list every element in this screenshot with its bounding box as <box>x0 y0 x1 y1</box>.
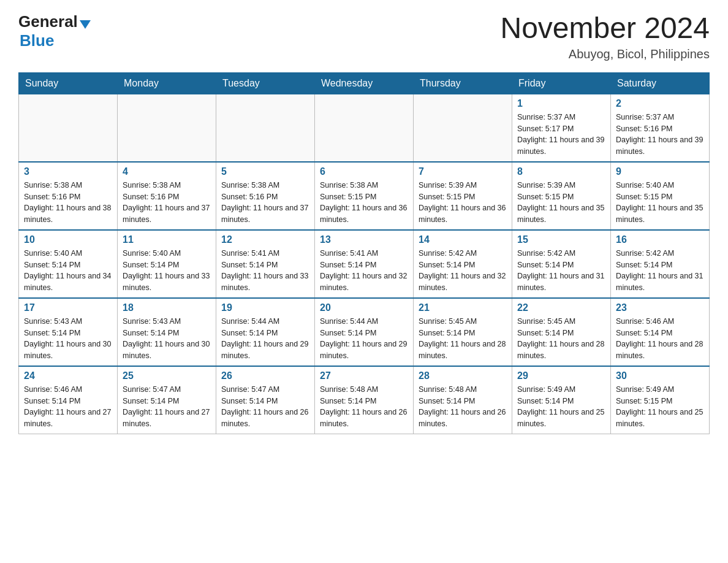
cell-day-number: 8 <box>517 166 605 177</box>
cell-day-number: 29 <box>517 370 605 381</box>
cell-day-number: 3 <box>24 166 112 177</box>
cell-sun-info: Sunrise: 5:44 AMSunset: 5:14 PMDaylight:… <box>221 316 309 362</box>
title-area: November 2024 Abuyog, Bicol, Philippines <box>500 12 710 61</box>
col-monday: Monday <box>118 72 216 94</box>
cell-day-number: 6 <box>320 166 408 177</box>
calendar-cell: 17Sunrise: 5:43 AMSunset: 5:14 PMDayligh… <box>19 298 118 366</box>
col-wednesday: Wednesday <box>315 72 414 94</box>
cell-sun-info: Sunrise: 5:49 AMSunset: 5:14 PMDaylight:… <box>517 384 605 430</box>
cell-sun-info: Sunrise: 5:43 AMSunset: 5:14 PMDaylight:… <box>123 316 211 362</box>
calendar-cell: 23Sunrise: 5:46 AMSunset: 5:14 PMDayligh… <box>611 298 710 366</box>
cell-sun-info: Sunrise: 5:38 AMSunset: 5:16 PMDaylight:… <box>24 180 112 226</box>
calendar-cell: 29Sunrise: 5:49 AMSunset: 5:14 PMDayligh… <box>512 366 611 434</box>
cell-sun-info: Sunrise: 5:39 AMSunset: 5:15 PMDaylight:… <box>419 180 507 226</box>
month-title: November 2024 <box>500 12 710 45</box>
cell-sun-info: Sunrise: 5:48 AMSunset: 5:14 PMDaylight:… <box>419 384 507 430</box>
calendar-cell <box>414 94 512 162</box>
cell-sun-info: Sunrise: 5:42 AMSunset: 5:14 PMDaylight:… <box>616 248 704 294</box>
week-row-2: 3Sunrise: 5:38 AMSunset: 5:16 PMDaylight… <box>19 162 710 230</box>
cell-sun-info: Sunrise: 5:42 AMSunset: 5:14 PMDaylight:… <box>517 248 605 294</box>
cell-day-number: 14 <box>419 234 507 245</box>
calendar-cell: 28Sunrise: 5:48 AMSunset: 5:14 PMDayligh… <box>414 366 512 434</box>
calendar-cell: 20Sunrise: 5:44 AMSunset: 5:14 PMDayligh… <box>315 298 414 366</box>
cell-day-number: 15 <box>517 234 605 245</box>
cell-day-number: 25 <box>123 370 211 381</box>
calendar-cell: 21Sunrise: 5:45 AMSunset: 5:14 PMDayligh… <box>414 298 512 366</box>
cell-day-number: 10 <box>24 234 112 245</box>
cell-day-number: 17 <box>24 302 112 313</box>
week-row-3: 10Sunrise: 5:40 AMSunset: 5:14 PMDayligh… <box>19 230 710 298</box>
cell-sun-info: Sunrise: 5:38 AMSunset: 5:16 PMDaylight:… <box>221 180 309 226</box>
calendar-cell: 4Sunrise: 5:38 AMSunset: 5:16 PMDaylight… <box>118 162 216 230</box>
cell-sun-info: Sunrise: 5:41 AMSunset: 5:14 PMDaylight:… <box>221 248 309 294</box>
calendar-cell: 8Sunrise: 5:39 AMSunset: 5:15 PMDaylight… <box>512 162 611 230</box>
cell-day-number: 12 <box>221 234 309 245</box>
calendar-cell: 19Sunrise: 5:44 AMSunset: 5:14 PMDayligh… <box>216 298 315 366</box>
cell-sun-info: Sunrise: 5:38 AMSunset: 5:16 PMDaylight:… <box>123 180 211 226</box>
cell-day-number: 11 <box>123 234 211 245</box>
location-subtitle: Abuyog, Bicol, Philippines <box>500 47 710 61</box>
col-sunday: Sunday <box>19 72 118 94</box>
cell-day-number: 18 <box>123 302 211 313</box>
cell-day-number: 4 <box>123 166 211 177</box>
col-friday: Friday <box>512 72 611 94</box>
week-row-1: 1Sunrise: 5:37 AMSunset: 5:17 PMDaylight… <box>19 94 710 162</box>
week-row-4: 17Sunrise: 5:43 AMSunset: 5:14 PMDayligh… <box>19 298 710 366</box>
col-thursday: Thursday <box>414 72 512 94</box>
calendar-cell: 12Sunrise: 5:41 AMSunset: 5:14 PMDayligh… <box>216 230 315 298</box>
cell-sun-info: Sunrise: 5:47 AMSunset: 5:14 PMDaylight:… <box>123 384 211 430</box>
calendar-cell: 5Sunrise: 5:38 AMSunset: 5:16 PMDaylight… <box>216 162 315 230</box>
cell-sun-info: Sunrise: 5:45 AMSunset: 5:14 PMDaylight:… <box>517 316 605 362</box>
calendar-cell: 14Sunrise: 5:42 AMSunset: 5:14 PMDayligh… <box>414 230 512 298</box>
cell-day-number: 7 <box>419 166 507 177</box>
cell-sun-info: Sunrise: 5:38 AMSunset: 5:15 PMDaylight:… <box>320 180 408 226</box>
col-tuesday: Tuesday <box>216 72 315 94</box>
cell-sun-info: Sunrise: 5:46 AMSunset: 5:14 PMDaylight:… <box>24 384 112 430</box>
calendar-cell: 18Sunrise: 5:43 AMSunset: 5:14 PMDayligh… <box>118 298 216 366</box>
cell-sun-info: Sunrise: 5:45 AMSunset: 5:14 PMDaylight:… <box>419 316 507 362</box>
logo-triangle-icon <box>80 20 91 29</box>
calendar-cell: 7Sunrise: 5:39 AMSunset: 5:15 PMDaylight… <box>414 162 512 230</box>
calendar-cell: 15Sunrise: 5:42 AMSunset: 5:14 PMDayligh… <box>512 230 611 298</box>
cell-day-number: 24 <box>24 370 112 381</box>
calendar-table: Sunday Monday Tuesday Wednesday Thursday… <box>18 72 710 434</box>
cell-sun-info: Sunrise: 5:40 AMSunset: 5:15 PMDaylight:… <box>616 180 704 226</box>
cell-sun-info: Sunrise: 5:40 AMSunset: 5:14 PMDaylight:… <box>24 248 112 294</box>
calendar-cell: 30Sunrise: 5:49 AMSunset: 5:15 PMDayligh… <box>611 366 710 434</box>
calendar-cell <box>19 94 118 162</box>
logo-general: General <box>18 12 78 31</box>
cell-sun-info: Sunrise: 5:43 AMSunset: 5:14 PMDaylight:… <box>24 316 112 362</box>
calendar-cell <box>118 94 216 162</box>
cell-sun-info: Sunrise: 5:42 AMSunset: 5:14 PMDaylight:… <box>419 248 507 294</box>
cell-sun-info: Sunrise: 5:46 AMSunset: 5:14 PMDaylight:… <box>616 316 704 362</box>
calendar-cell: 10Sunrise: 5:40 AMSunset: 5:14 PMDayligh… <box>19 230 118 298</box>
calendar-cell: 1Sunrise: 5:37 AMSunset: 5:17 PMDaylight… <box>512 94 611 162</box>
cell-sun-info: Sunrise: 5:44 AMSunset: 5:14 PMDaylight:… <box>320 316 408 362</box>
calendar-cell: 16Sunrise: 5:42 AMSunset: 5:14 PMDayligh… <box>611 230 710 298</box>
cell-day-number: 21 <box>419 302 507 313</box>
logo-blue-label: Blue <box>20 31 54 50</box>
cell-day-number: 19 <box>221 302 309 313</box>
calendar-cell: 26Sunrise: 5:47 AMSunset: 5:14 PMDayligh… <box>216 366 315 434</box>
cell-day-number: 23 <box>616 302 704 313</box>
cell-day-number: 22 <box>517 302 605 313</box>
logo-blue-text: Blue <box>20 31 54 50</box>
cell-day-number: 28 <box>419 370 507 381</box>
cell-day-number: 27 <box>320 370 408 381</box>
cell-sun-info: Sunrise: 5:37 AMSunset: 5:16 PMDaylight:… <box>616 112 704 158</box>
calendar-cell: 3Sunrise: 5:38 AMSunset: 5:16 PMDaylight… <box>19 162 118 230</box>
cell-day-number: 9 <box>616 166 704 177</box>
logo: General <box>18 12 91 31</box>
cell-sun-info: Sunrise: 5:47 AMSunset: 5:14 PMDaylight:… <box>221 384 309 430</box>
calendar-cell: 2Sunrise: 5:37 AMSunset: 5:16 PMDaylight… <box>611 94 710 162</box>
page-header: General Blue November 2024 Abuyog, Bicol… <box>18 12 710 61</box>
calendar-cell: 24Sunrise: 5:46 AMSunset: 5:14 PMDayligh… <box>19 366 118 434</box>
cell-day-number: 13 <box>320 234 408 245</box>
cell-sun-info: Sunrise: 5:49 AMSunset: 5:15 PMDaylight:… <box>616 384 704 430</box>
calendar-cell: 6Sunrise: 5:38 AMSunset: 5:15 PMDaylight… <box>315 162 414 230</box>
cell-sun-info: Sunrise: 5:40 AMSunset: 5:14 PMDaylight:… <box>123 248 211 294</box>
cell-sun-info: Sunrise: 5:41 AMSunset: 5:14 PMDaylight:… <box>320 248 408 294</box>
cell-sun-info: Sunrise: 5:39 AMSunset: 5:15 PMDaylight:… <box>517 180 605 226</box>
calendar-cell: 11Sunrise: 5:40 AMSunset: 5:14 PMDayligh… <box>118 230 216 298</box>
calendar-header-row: Sunday Monday Tuesday Wednesday Thursday… <box>19 72 710 94</box>
